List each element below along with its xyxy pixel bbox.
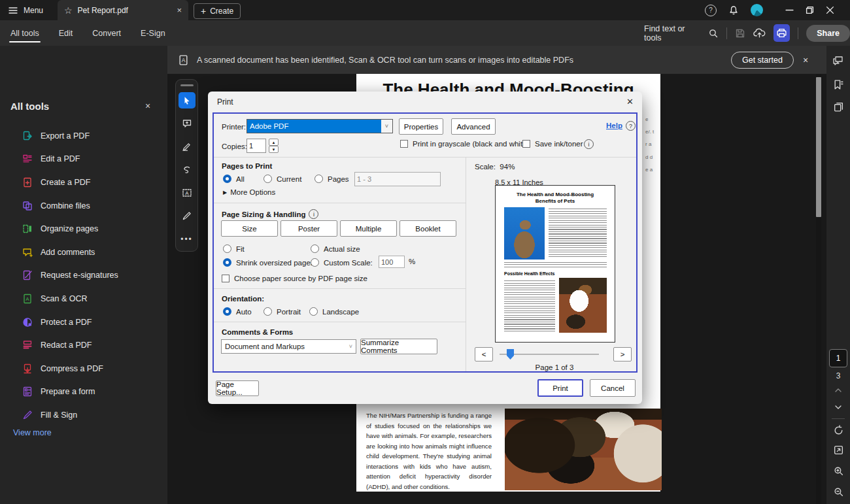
current-radio[interactable]	[264, 175, 272, 183]
chevron-down-icon[interactable]	[830, 399, 847, 416]
sidebar-item[interactable]: Export a PDF	[0, 124, 167, 148]
grayscale-option[interactable]: Print in grayscale (black and white)	[400, 140, 529, 148]
sidebar-item[interactable]: Protect a PDF	[0, 311, 167, 334]
find-text-label[interactable]: Find text or tools	[644, 24, 700, 42]
restore-icon[interactable]	[806, 6, 814, 14]
custom-scale-input[interactable]: 100	[379, 256, 405, 268]
booklet-button[interactable]: Booklet	[400, 220, 456, 237]
custom-scale-option[interactable]: Custom Scale:	[311, 258, 373, 267]
sidebar-item[interactable]: Fill & Sign	[0, 403, 167, 427]
page-thumbnails-icon[interactable]	[830, 98, 847, 115]
fit-radio[interactable]	[223, 244, 231, 253]
lasso-tool-button[interactable]	[178, 161, 196, 178]
comments-panel-icon[interactable]	[830, 52, 847, 69]
preview-slider-handle[interactable]	[507, 349, 514, 360]
tab-esign[interactable]: E-Sign	[139, 20, 167, 46]
add-comment-tool-button[interactable]	[178, 115, 196, 131]
select-tool-button[interactable]	[178, 92, 196, 109]
orientation-portrait-option[interactable]: Portrait	[264, 307, 301, 316]
pages-current-option[interactable]: Current	[264, 175, 301, 183]
actual-size-radio[interactable]	[311, 244, 319, 253]
sidebar-item[interactable]: Combine files	[0, 194, 167, 218]
tab-close-icon[interactable]: ×	[177, 5, 182, 15]
print-dialog-close-icon[interactable]: ✕	[626, 97, 634, 107]
size-button[interactable]: Size	[221, 220, 278, 237]
help-icon[interactable]: ?	[705, 5, 717, 16]
document-tab[interactable]: ☆ Pet Report.pdf ×	[58, 0, 188, 20]
multiple-button[interactable]: Multiple	[340, 220, 397, 237]
print-button[interactable]	[774, 24, 790, 42]
sidebar-item[interactable]: Prepare a form	[0, 380, 167, 404]
paper-source-checkbox[interactable]	[222, 275, 230, 282]
info-icon[interactable]: i	[584, 139, 594, 149]
rotate-icon[interactable]	[830, 422, 847, 439]
document-scrollbar[interactable]	[816, 74, 821, 504]
actual-size-option[interactable]: Actual size	[311, 244, 360, 253]
draw-tool-button[interactable]	[178, 139, 196, 155]
orientation-auto-option[interactable]: Auto	[223, 307, 252, 316]
summarize-comments-button[interactable]: Summarize Comments	[360, 339, 437, 354]
properties-button[interactable]: Properties	[399, 118, 443, 135]
sidebar-item[interactable]: Request e-signatures	[0, 264, 167, 288]
more-options-toggle[interactable]: ▶ More Options	[223, 188, 275, 196]
copies-input[interactable]: 1	[246, 139, 266, 153]
select-text-tool-button[interactable]: A	[178, 185, 196, 201]
zoom-in-icon[interactable]	[830, 462, 847, 479]
tab-convert[interactable]: Convert	[91, 20, 122, 46]
printer-select[interactable]: Adobe PDF ˅	[246, 119, 393, 133]
pages-range-option[interactable]: Pages	[314, 175, 349, 183]
minimize-icon[interactable]	[785, 6, 794, 14]
copies-stepper[interactable]: ▲ ▼	[269, 139, 279, 153]
save-ink-checkbox[interactable]	[522, 140, 530, 148]
help-link[interactable]: Help	[606, 122, 622, 129]
create-button[interactable]: + Create	[194, 3, 241, 19]
landscape-radio[interactable]	[309, 307, 318, 316]
avatar[interactable]	[751, 4, 763, 16]
page-setup-button[interactable]: Page Setup...	[216, 380, 259, 396]
sidebar-item[interactable]: Organize pages	[0, 217, 167, 241]
stepper-down-icon[interactable]: ▼	[269, 146, 279, 153]
stepper-up-icon[interactable]: ▲	[269, 139, 279, 146]
poster-button[interactable]: Poster	[280, 220, 337, 237]
shrink-radio[interactable]	[223, 258, 231, 267]
get-started-button[interactable]: Get started	[731, 52, 794, 69]
custom-scale-radio[interactable]	[311, 258, 319, 267]
chevron-up-icon[interactable]	[830, 382, 847, 399]
preview-prev-button[interactable]: <	[475, 347, 493, 361]
view-more-link[interactable]: View more	[13, 428, 52, 437]
zoom-out-icon[interactable]	[830, 483, 847, 500]
star-icon[interactable]: ☆	[64, 5, 73, 16]
cloud-upload-icon[interactable]	[753, 27, 766, 39]
grayscale-checkbox[interactable]	[400, 140, 408, 148]
bookmarks-icon[interactable]	[830, 76, 847, 93]
portrait-radio[interactable]	[264, 307, 272, 316]
sidebar-item[interactable]: Redact a PDF	[0, 333, 167, 357]
sidebar-item[interactable]: Create a PDF	[0, 171, 167, 194]
search-icon[interactable]	[708, 28, 719, 39]
save-ink-option[interactable]: Save ink/toner	[522, 140, 583, 148]
cancel-button[interactable]: Cancel	[590, 379, 636, 397]
sidebar-item[interactable]: Add comments	[0, 241, 167, 264]
fit-option[interactable]: Fit	[223, 244, 245, 253]
all-radio[interactable]	[223, 175, 231, 183]
preview-next-button[interactable]: >	[613, 347, 632, 361]
comments-forms-select[interactable]: Document and Markups ˅	[221, 339, 356, 354]
scrollbar-thumb[interactable]	[816, 77, 821, 217]
orientation-landscape-option[interactable]: Landscape	[309, 307, 359, 316]
fill-sign-tool-button[interactable]	[178, 208, 196, 224]
tab-edit[interactable]: Edit	[58, 20, 75, 46]
shrink-option[interactable]: Shrink oversized pages	[223, 258, 314, 267]
sidebar-item[interactable]: Edit a PDF	[0, 148, 167, 171]
pages-all-option[interactable]: All	[223, 175, 245, 183]
info-icon[interactable]: i	[309, 209, 318, 219]
banner-close-icon[interactable]: ×	[803, 55, 808, 65]
pages-radio[interactable]	[314, 175, 323, 183]
current-page-indicator[interactable]: 1	[829, 349, 847, 367]
advanced-button[interactable]: Advanced	[451, 118, 496, 135]
page-range-input[interactable]: 1 - 3	[354, 172, 441, 186]
sidebar-item[interactable]: Compress a PDF	[0, 357, 167, 380]
hamburger-icon[interactable]: Menu	[8, 5, 43, 16]
help-question-icon[interactable]: ?	[626, 121, 636, 131]
bell-icon[interactable]	[728, 5, 739, 16]
preview-slider-track[interactable]	[500, 354, 599, 355]
